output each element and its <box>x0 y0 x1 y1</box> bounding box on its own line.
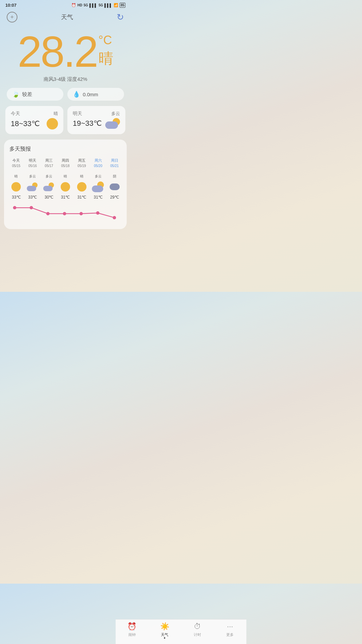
forecast-icon-1 <box>27 181 38 193</box>
forecast-icon-5 <box>92 181 105 193</box>
mini-sun-icon-4 <box>77 182 86 192</box>
forecast-icon-4 <box>77 181 86 193</box>
signal-5g-2: 5G <box>99 3 103 7</box>
forecast-title: 多天预报 <box>8 146 123 153</box>
today-sun-icon <box>47 118 58 129</box>
rain-icon: 💧 <box>73 91 80 98</box>
signal-bars-2: ▌▌▌ <box>104 3 112 7</box>
forecast-temp-6: 29℃ <box>110 195 119 200</box>
mini-sun-icon-3 <box>61 182 70 192</box>
forecast-date-0: 05/15 <box>12 164 20 168</box>
wifi-icon: 📶 <box>114 3 118 7</box>
day-cards: 今天 晴 18~33℃ 明天 多云 19~33℃ <box>0 106 131 134</box>
forecast-cond-1: 多云 <box>29 169 36 179</box>
temperature-trend <box>8 204 123 224</box>
forecast-icon-2 <box>43 181 55 193</box>
tomorrow-temp: 19~33℃ <box>73 119 102 128</box>
mini-partly-icon-2 <box>43 182 55 191</box>
refresh-button[interactable]: ↻ <box>117 12 124 22</box>
air-quality-badge: 🍃 较差 <box>7 88 63 101</box>
forecast-temp-5: 31℃ <box>94 195 103 200</box>
mini-dark-cloud-icon-6 <box>110 183 120 190</box>
forecast-day-0: 今天 <box>12 158 20 163</box>
tomorrow-bottom-row: 19~33℃ <box>73 118 120 129</box>
unit-weather-container: °C 晴 <box>99 33 113 68</box>
temperature-unit: °C <box>99 33 112 47</box>
forecast-temp-2: 30℃ <box>45 195 53 200</box>
status-time: 10:07 <box>5 3 16 8</box>
mini-partly-icon-1 <box>27 182 38 191</box>
forecast-date-3: 05/18 <box>61 164 69 168</box>
forecast-col-2: 周三 05/17 多云 30℃ <box>41 158 57 200</box>
header: + 天气 ↻ <box>0 9 131 26</box>
wind-humidity-text: 南风3-4级 湿度42% <box>7 76 124 83</box>
forecast-day-6: 周日 <box>111 158 118 163</box>
trend-point-0 <box>13 206 16 209</box>
trend-point-1 <box>29 206 33 209</box>
forecast-date-5: 05/20 <box>94 164 102 168</box>
temperature-section: 28.2 °C 晴 南风3-4级 湿度42% <box>0 26 131 83</box>
today-bottom-row: 18~33℃ <box>11 118 58 129</box>
forecast-col-3: 周四 05/18 晴 31℃ <box>57 158 74 200</box>
leaf-icon: 🍃 <box>12 91 19 98</box>
forecast-temp-3: 31℃ <box>61 195 70 200</box>
battery-indicator: 85 <box>120 3 125 8</box>
forecast-cond-3: 晴 <box>64 169 67 179</box>
trend-point-2 <box>46 212 50 215</box>
mini-sun-icon-0 <box>11 182 21 192</box>
tomorrow-top-row: 明天 多云 <box>73 111 120 117</box>
forecast-temp-4: 31℃ <box>77 195 86 200</box>
tomorrow-label: 明天 <box>73 111 82 117</box>
temperature-display: 28.2 °C 晴 <box>7 30 124 73</box>
rainfall-badge: 💧 0.0mm <box>67 88 124 101</box>
forecast-icon-0 <box>11 181 21 193</box>
today-temp: 18~33℃ <box>11 119 40 128</box>
info-badges: 🍃 较差 💧 0.0mm <box>0 88 131 101</box>
forecast-day-3: 周四 <box>62 158 69 163</box>
forecast-date-6: 05/21 <box>110 164 119 168</box>
forecast-cond-2: 多云 <box>46 169 52 179</box>
add-icon: + <box>10 14 14 21</box>
refresh-icon: ↻ <box>117 12 124 22</box>
forecast-cond-5: 多云 <box>95 169 102 179</box>
hd-indicator: HD <box>77 3 82 7</box>
forecast-temp-0: 33℃ <box>12 195 20 200</box>
signal-5g-1: 5G <box>83 3 88 7</box>
forecast-icon-3 <box>61 181 70 193</box>
trend-point-5 <box>96 211 100 215</box>
forecast-col-1: 明天 05/16 多云 33℃ <box>24 158 41 200</box>
trend-point-4 <box>79 212 83 215</box>
trend-point-6 <box>113 216 116 219</box>
forecast-date-4: 05/19 <box>77 164 86 168</box>
today-label: 今天 <box>11 111 20 117</box>
today-card: 今天 晴 18~33℃ <box>5 106 63 134</box>
forecast-date-2: 05/17 <box>45 164 53 168</box>
forecast-cond-4: 晴 <box>80 169 83 179</box>
trend-svg <box>8 204 123 224</box>
signal-bars-1: ▌▌▌ <box>89 3 97 7</box>
air-quality-value: 较差 <box>22 91 32 98</box>
weather-condition: 晴 <box>99 49 113 68</box>
today-top-row: 今天 晴 <box>11 111 58 117</box>
forecast-day-4: 周五 <box>78 158 85 163</box>
page-title: 天气 <box>61 13 73 21</box>
forecast-col-0: 今天 05/15 晴 33℃ <box>8 158 24 200</box>
forecast-col-6: 周日 05/21 阴 29℃ <box>106 158 123 200</box>
mini-partly-icon-5 <box>92 181 105 192</box>
forecast-day-5: 周六 <box>95 158 102 163</box>
forecast-day-2: 周三 <box>45 158 53 163</box>
forecast-cond-0: 晴 <box>14 169 18 179</box>
forecast-icon-6 <box>110 181 120 193</box>
clock-icon: ⏰ <box>71 3 76 7</box>
forecast-col-5: 周六 05/20 多云 31℃ <box>90 158 106 200</box>
rainfall-value: 0.0mm <box>83 92 98 97</box>
forecast-date-1: 05/16 <box>28 164 37 168</box>
status-right: ⏰ HD 5G ▌▌▌ 5G ▌▌▌ 📶 85 <box>71 3 125 8</box>
forecast-col-4: 周五 05/19 晴 31℃ <box>73 158 90 200</box>
forecast-grid: 今天 05/15 晴 33℃ 明天 05/16 多云 3 <box>8 158 123 200</box>
add-location-button[interactable]: + <box>7 12 17 22</box>
today-condition: 晴 <box>54 111 58 117</box>
temperature-value: 28.2 <box>17 30 97 73</box>
tomorrow-partly-icon <box>105 118 120 129</box>
forecast-day-1: 明天 <box>29 158 36 163</box>
